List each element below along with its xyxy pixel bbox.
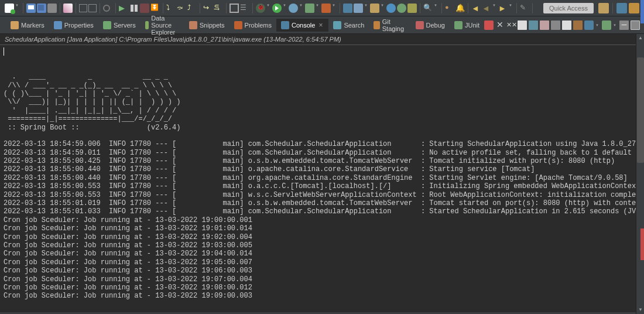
nav-back-icon[interactable]: ◄ [471,4,481,13]
quick-access-box[interactable]: Quick Access [543,3,594,13]
tab-console[interactable]: Console × [276,19,328,32]
debug-launch-icon[interactable]: 🐞 [256,4,265,13]
debug-perspective-icon[interactable] [629,3,639,13]
new-srv-icon[interactable] [343,4,352,13]
tab-label: Search [344,22,364,29]
markers-icon [11,21,19,29]
tab-label: Debug [426,22,445,29]
runserver-icon[interactable] [305,4,314,13]
text-cursor [4,47,4,56]
search-toolbar-icon[interactable]: 🔍 [423,4,433,13]
new-ann-icon[interactable] [386,4,396,13]
dropdown-1-icon[interactable]: ▼ [15,4,20,13]
coverage-icon[interactable] [289,4,298,13]
disconnect-icon[interactable]: ⏬ [150,4,160,13]
junit-icon [454,21,463,29]
console-icon [281,21,289,29]
build-icon[interactable] [63,4,73,13]
external-icon[interactable] [321,4,331,13]
droptoframe-icon[interactable]: ↪ [203,4,213,13]
skip-brk-icon[interactable] [103,4,112,13]
stepfilter-icon[interactable]: ⥹ [214,4,223,13]
display-console-icon[interactable] [584,21,594,30]
console-output[interactable]: . ____ _ __ _ _ /\\ / ___'_ __ _ _(_)_ _… [0,45,644,312]
ruler-marker-blue [640,0,644,23]
saveall-icon[interactable] [37,4,46,13]
tab-search[interactable]: Search [328,19,369,32]
terminate-console-icon[interactable] [484,21,494,30]
tab-label: Markers [21,22,44,29]
terminate-icon[interactable] [140,4,149,13]
tab-servers[interactable]: Servers [98,19,141,32]
wordwrap-icon[interactable] [562,21,571,30]
togglebrk-icon[interactable]: ● [445,4,454,13]
new-pkg-icon[interactable] [370,4,379,13]
process-label: SchedularApplication [Java Application] … [0,34,644,45]
scroll-lock-icon[interactable] [551,21,560,30]
nav-fwd-icon[interactable]: ◄ [482,4,491,13]
minimize-view-icon[interactable]: ─ [619,21,629,30]
toolbar-divider [516,3,517,13]
remove-all-launch-icon[interactable]: ✕✕ [506,21,516,30]
new-console-icon[interactable] [602,21,611,30]
toolbar-divider [612,3,613,13]
tab-markers[interactable]: Markers [6,19,49,32]
togglebrk2-icon[interactable]: 🔔 [455,4,465,13]
stepreturn-icon[interactable]: ⤴ [187,4,197,13]
resume-icon[interactable]: ▶ [119,4,128,13]
tab-problems[interactable]: Problems [229,19,276,32]
remove-launch-icon[interactable]: ✕ [495,21,505,30]
pin-console-icon[interactable] [573,21,583,30]
dropdown-cons-icon[interactable]: ▼ [595,23,600,27]
nav-next-icon[interactable]: ► [498,4,508,13]
suspend-icon[interactable] [129,4,139,13]
new-icon[interactable] [5,4,14,13]
java-perspective-icon[interactable] [616,3,627,13]
stepinto-icon[interactable]: ⤵ [166,4,176,13]
close-tab-icon[interactable]: × [317,21,324,29]
dropdown-10-icon[interactable]: ▼ [492,4,497,13]
tab-label: JUnit [465,22,479,29]
dropdown-6-icon[interactable]: ▼ [332,4,337,13]
pin-editor-icon[interactable]: ✎ [520,4,529,13]
frame-drop-icon[interactable]: ☰ [240,4,249,13]
tab-junit[interactable]: JUnit [450,19,484,32]
tab-label: Properties [64,22,94,29]
maximize-view-icon[interactable] [631,21,640,30]
save-icon[interactable] [26,4,36,13]
dropdown-4-icon[interactable]: ▼ [299,4,304,13]
new-class-icon[interactable] [354,4,363,13]
git-staging-icon [374,21,380,29]
tab-git-staging[interactable]: Git Staging [369,16,410,35]
stepover-icon[interactable]: ⤼ [177,4,186,13]
dropdown-new-cons-icon[interactable]: ▼ [613,23,618,27]
new-enum-icon[interactable] [397,4,406,13]
toolbar-divider [252,3,253,13]
tab-properties[interactable]: Properties [49,19,98,32]
overview-ruler [640,0,644,314]
tab-datasource[interactable]: Data Source Explorer [141,12,184,38]
tab-debug[interactable]: Debug [411,19,450,32]
scroll-cons-icon[interactable] [529,21,538,30]
dropdown-5-icon[interactable]: ▼ [316,4,320,13]
frame-select-icon[interactable] [229,4,239,13]
dropdown-7-icon[interactable]: ▼ [364,4,369,13]
dropdown-9-icon[interactable]: ▼ [434,4,439,13]
open-type-icon[interactable] [79,4,87,12]
dropdown-8-icon[interactable]: ▼ [381,4,385,13]
new-if-icon[interactable] [407,4,417,13]
print-icon[interactable] [47,4,57,13]
tab-snippets[interactable]: Snippets [184,19,229,32]
tab-label: Console [292,22,315,29]
open-task-icon[interactable] [88,4,97,12]
clear-console-icon[interactable] [518,21,527,30]
open-perspective-icon[interactable] [598,3,609,13]
datasource-icon [145,21,149,29]
toolbar-divider [60,3,60,13]
showstd-icon[interactable] [540,21,549,30]
dropdown-2-icon[interactable]: ▼ [266,4,271,13]
dropdown-3-icon[interactable]: ▼ [283,4,287,13]
dropdown-11-icon[interactable]: ▼ [509,4,513,13]
run-launch-icon[interactable] [272,4,282,13]
servers-icon [103,21,111,29]
